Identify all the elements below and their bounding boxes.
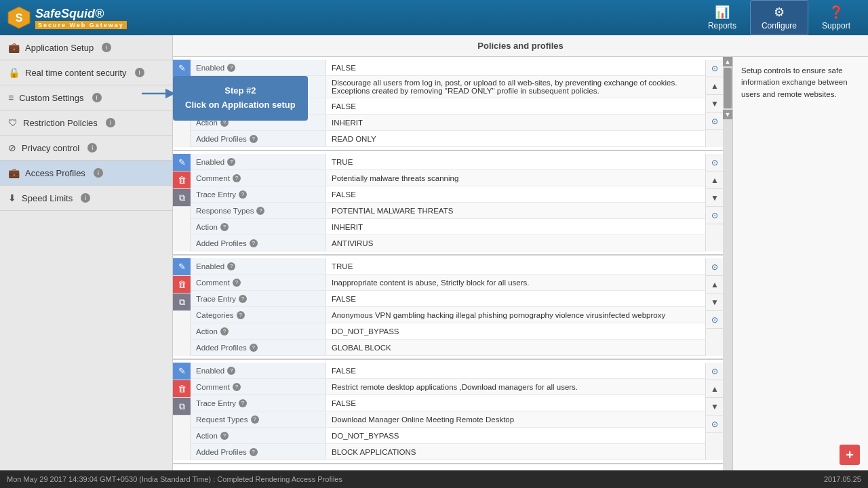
svg-text:S: S: [16, 12, 23, 24]
ctrl-up-2[interactable]: ▲: [706, 276, 723, 293]
policy-row-2-3: Categories?Anonymous VPN gambling hackin…: [191, 307, 705, 323]
label-help-2-0: ?: [227, 262, 235, 270]
delete-btn-1[interactable]: 🗑: [173, 171, 191, 189]
ctrl-down-1[interactable]: ▼: [706, 189, 723, 207]
row-label-0-4: Added Profiles?: [191, 131, 326, 146]
value-text-3-4: DO_NOT_BYPASS: [332, 432, 399, 440]
privacy-control-help-icon: i: [87, 143, 97, 152]
policy-left-actions-3: ✎ 🗑 ⧉: [173, 363, 191, 460]
value-text-0-2: FALSE: [332, 102, 356, 110]
row-value-2-0: TRUE: [326, 258, 705, 274]
scrollbar[interactable]: ▲ ▼: [723, 57, 732, 470]
ctrl-reset-0[interactable]: ⊙: [706, 60, 723, 77]
row-value-1-0: TRUE: [326, 154, 705, 169]
row-value-3-2: FALSE: [326, 395, 705, 411]
speed-limits-icon: ⬇: [8, 192, 16, 203]
status-text: Mon May 29 2017 14:39:04 GMT+0530 (India…: [7, 475, 342, 483]
nav-item-support[interactable]: ❓Support: [811, 1, 861, 35]
row-label-2-5: Added Profiles?: [191, 340, 326, 355]
label-help-3-0: ?: [227, 367, 235, 375]
sidebar: 💼 Application Setup i 🔒 Real time conten…: [0, 35, 173, 470]
copy-btn-2[interactable]: ⧉: [173, 293, 191, 311]
reports-label: Reports: [708, 21, 736, 30]
ctrl-up-1[interactable]: ▲: [706, 171, 723, 189]
edit-btn-1[interactable]: ✎: [173, 154, 191, 171]
policy-wrapper-3: ✎ 🗑 ⧉ Enabled?FALSEComment?Restrict remo…: [173, 363, 723, 460]
value-text-1-2: FALSE: [332, 190, 356, 199]
copy-btn-1[interactable]: ⧉: [173, 189, 191, 207]
ctrl-info-2[interactable]: ⊙: [706, 311, 723, 329]
ctrl-info-3[interactable]: ⊙: [706, 415, 723, 433]
ctrl-up-0[interactable]: ▲: [706, 77, 723, 95]
real-time-content-security-help-icon: i: [135, 68, 144, 77]
logo-text: SafeSquid® Secure Web Gateway: [35, 7, 127, 29]
sidebar-item-application-setup[interactable]: 💼 Application Setup i: [0, 35, 172, 60]
delete-btn-2[interactable]: 🗑: [173, 276, 191, 293]
policy-wrapper-1: ✎ 🗑 ⧉ Enabled?TRUEComment?Potentially ma…: [173, 154, 723, 251]
label-help-1-2: ?: [239, 190, 247, 199]
label-text-0-0: Enabled: [196, 64, 224, 72]
policy-block-1: ✎ 🗑 ⧉ Enabled?TRUEComment?Potentially ma…: [173, 151, 723, 256]
row-value-3-5: BLOCK APPLICATIONS: [326, 444, 705, 460]
sidebar-item-access-profiles[interactable]: 💼 Access Profiles i: [0, 161, 172, 186]
policy-block-2: ✎ 🗑 ⧉ Enabled?TRUEComment?Inappropriate …: [173, 256, 723, 360]
ctrl-info-0[interactable]: ⊙: [706, 113, 723, 130]
label-text-3-4: Action: [196, 432, 218, 440]
delete-btn-3[interactable]: 🗑: [173, 380, 191, 398]
label-text-2-1: Comment: [196, 279, 230, 287]
sidebar-item-privacy-control[interactable]: ⊘ Privacy control i: [0, 136, 172, 161]
sidebar-item-speed-limits[interactable]: ⬇ Speed Limits i: [0, 186, 172, 211]
row-value-1-2: FALSE: [326, 186, 705, 202]
logo-icon: S: [7, 5, 31, 30]
ctrl-info-1[interactable]: ⊙: [706, 207, 723, 224]
ctrl-down-0[interactable]: ▼: [706, 95, 723, 113]
policy-right-controls-3: ⊙ ▲ ▼ ⊙: [705, 363, 723, 460]
policy-row-3-4: Action?DO_NOT_BYPASS: [191, 428, 705, 444]
policy-row-0-4: Added Profiles?READ ONLY: [191, 131, 705, 147]
edit-btn-3[interactable]: ✎: [173, 363, 191, 380]
info-panel: Setup controls to ensure safe informatio…: [732, 57, 868, 470]
ctrl-reset-1[interactable]: ⊙: [706, 154, 723, 171]
speed-limits-label: Speed Limits: [22, 193, 73, 203]
scroll-thumb[interactable]: [724, 68, 732, 108]
copy-btn-3[interactable]: ⧉: [173, 398, 191, 415]
custom-settings-label: Custom Settings: [19, 93, 83, 103]
row-value-1-3: POTENTIAL MALWARE THREATS: [326, 203, 705, 218]
ctrl-down-3[interactable]: ▼: [706, 398, 723, 415]
ctrl-reset-2[interactable]: ⊙: [706, 258, 723, 276]
value-text-3-1: Restrict remote desktop applications ,Do…: [332, 383, 578, 391]
label-text-3-5: Added Profiles: [196, 448, 247, 456]
ctrl-reset-3[interactable]: ⊙: [706, 363, 723, 380]
scroll-up-btn[interactable]: ▲: [723, 57, 732, 66]
value-text-2-0: TRUE: [332, 262, 353, 270]
label-text-2-0: Enabled: [196, 262, 224, 270]
sidebar-item-real-time-content-security[interactable]: 🔒 Real time content security i: [0, 60, 172, 85]
fab-button[interactable]: +: [840, 445, 860, 465]
access-profiles-label: Access Profiles: [25, 168, 85, 178]
scroll-down-btn[interactable]: ▼: [723, 110, 732, 119]
policy-row-3-3: Request Types?Download Manager Online Me…: [191, 411, 705, 428]
policy-row-0-0: Enabled?FALSE: [191, 60, 705, 76]
edit-btn-2[interactable]: ✎: [173, 258, 191, 276]
policy-row-3-1: Comment?Restrict remote desktop applicat…: [191, 379, 705, 395]
edit-btn-0[interactable]: ✎: [173, 60, 191, 77]
ctrl-up-3[interactable]: ▲: [706, 380, 723, 398]
status-bar: Mon May 29 2017 14:39:04 GMT+0530 (India…: [0, 470, 868, 488]
row-label-1-3: Response Types?: [191, 203, 326, 218]
label-help-1-0: ?: [227, 158, 235, 166]
ctrl-down-2[interactable]: ▼: [706, 293, 723, 311]
row-value-3-4: DO_NOT_BYPASS: [326, 428, 705, 443]
label-text-1-4: Action: [196, 223, 218, 231]
policy-wrapper-2: ✎ 🗑 ⧉ Enabled?TRUEComment?Inappropriate …: [173, 258, 723, 356]
label-text-2-5: Added Profiles: [196, 344, 247, 352]
sidebar-item-restriction-policies[interactable]: 🛡 Restriction Policies i: [0, 110, 172, 136]
policy-row-3-2: Trace Entry?FALSE: [191, 395, 705, 411]
label-text-3-1: Comment: [196, 383, 230, 391]
value-text-0-1: Discourage all users from log in, post, …: [332, 79, 700, 95]
row-value-0-0: FALSE: [326, 60, 705, 75]
nav-item-reports[interactable]: 📊Reports: [697, 1, 747, 35]
nav-item-configure[interactable]: ⚙Configure: [750, 0, 808, 35]
label-help-1-5: ?: [250, 239, 258, 247]
tooltip-box: Step #2 Click on Application setup: [173, 76, 308, 121]
row-label-3-5: Added Profiles?: [191, 444, 326, 460]
